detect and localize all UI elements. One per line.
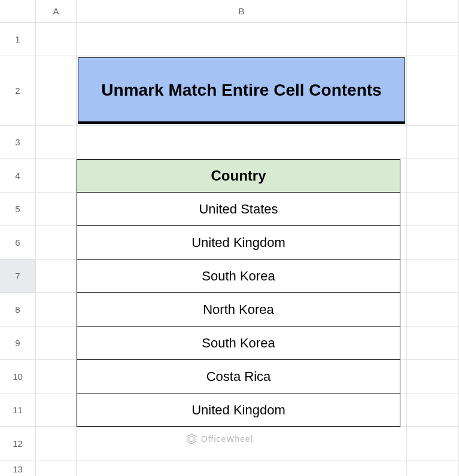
column-header-c[interactable] xyxy=(407,0,459,23)
cell-b8[interactable]: North Korea xyxy=(77,293,407,327)
cell-a8[interactable] xyxy=(36,293,77,327)
spreadsheet-grid: A B 1 2 Unmark Match Entire Cell Content… xyxy=(0,0,459,476)
cell-a6[interactable] xyxy=(36,226,77,260)
cell-a1[interactable] xyxy=(36,23,77,56)
table-row: North Korea xyxy=(77,293,400,327)
table-row: Costa Rica xyxy=(77,360,400,393)
cell-b5[interactable]: United States xyxy=(77,193,407,226)
cell-b2[interactable]: Unmark Match Entire Cell Contents xyxy=(77,56,407,126)
cell-c10[interactable] xyxy=(407,360,459,393)
cell-a5[interactable] xyxy=(36,193,77,226)
table-row: South Korea xyxy=(77,327,400,360)
row-header-9[interactable]: 9 xyxy=(0,327,36,360)
row-header-7[interactable]: 7 xyxy=(0,260,36,293)
cell-b7[interactable]: South Korea xyxy=(77,260,407,293)
row-header-3[interactable]: 3 xyxy=(0,126,36,159)
corner-cell[interactable] xyxy=(0,0,36,23)
cell-b11[interactable]: United Kingdom xyxy=(77,393,407,427)
table-row: United Kingdom xyxy=(77,393,400,427)
cell-c7[interactable] xyxy=(407,260,459,293)
cell-a12[interactable] xyxy=(36,427,77,460)
svg-marker-1 xyxy=(189,436,194,442)
watermark: OfficeWheel xyxy=(186,433,253,445)
cell-a9[interactable] xyxy=(36,327,77,360)
cell-c5[interactable] xyxy=(407,193,459,226)
row-header-6[interactable]: 6 xyxy=(0,226,36,260)
title-cell: Unmark Match Entire Cell Contents xyxy=(78,57,405,124)
row-header-5[interactable]: 5 xyxy=(0,193,36,226)
cell-b1[interactable] xyxy=(77,23,407,56)
cell-c12[interactable] xyxy=(407,427,459,460)
cell-b13[interactable] xyxy=(77,460,407,476)
row-header-11[interactable]: 11 xyxy=(0,393,36,427)
cell-c3[interactable] xyxy=(407,126,459,159)
cell-c11[interactable] xyxy=(407,393,459,427)
row-header-8[interactable]: 8 xyxy=(0,293,36,327)
table-row: South Korea xyxy=(77,260,400,293)
cell-b4[interactable]: Country xyxy=(77,159,407,193)
watermark-text: OfficeWheel xyxy=(201,434,253,444)
cell-a7[interactable] xyxy=(36,260,77,293)
cell-c13[interactable] xyxy=(407,460,459,476)
cell-b9[interactable]: South Korea xyxy=(77,327,407,360)
cell-c2[interactable] xyxy=(407,56,459,126)
cell-c9[interactable] xyxy=(407,327,459,360)
cell-a3[interactable] xyxy=(36,126,77,159)
table-row: United Kingdom xyxy=(77,226,400,260)
cell-a4[interactable] xyxy=(36,159,77,193)
cell-a13[interactable] xyxy=(36,460,77,476)
row-header-10[interactable]: 10 xyxy=(0,360,36,393)
cell-a10[interactable] xyxy=(36,360,77,393)
row-header-13[interactable]: 13 xyxy=(0,460,36,476)
table-row: United States xyxy=(77,193,400,226)
cell-c8[interactable] xyxy=(407,293,459,327)
cell-b6[interactable]: United Kingdom xyxy=(77,226,407,260)
cell-b10[interactable]: Costa Rica xyxy=(77,360,407,393)
cell-c4[interactable] xyxy=(407,159,459,193)
row-header-12[interactable]: 12 xyxy=(0,427,36,460)
officewheel-logo-icon xyxy=(186,433,197,445)
cell-b3[interactable] xyxy=(77,126,407,159)
column-header-a[interactable]: A xyxy=(36,0,77,23)
table-header-country: Country xyxy=(77,159,400,193)
cell-c6[interactable] xyxy=(407,226,459,260)
cell-a11[interactable] xyxy=(36,393,77,427)
row-header-2[interactable]: 2 xyxy=(0,56,36,126)
row-header-1[interactable]: 1 xyxy=(0,23,36,56)
column-header-b[interactable]: B xyxy=(77,0,407,23)
cell-c1[interactable] xyxy=(407,23,459,56)
svg-marker-0 xyxy=(187,434,196,444)
cell-a2[interactable] xyxy=(36,56,77,126)
row-header-4[interactable]: 4 xyxy=(0,159,36,193)
